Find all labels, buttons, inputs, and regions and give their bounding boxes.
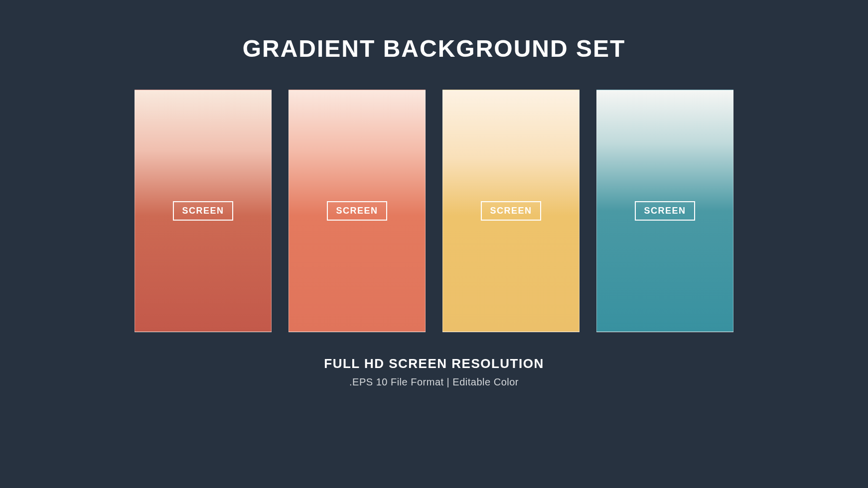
- screen-label-2: SCREEN: [327, 201, 387, 221]
- screen-label-3: SCREEN: [481, 201, 541, 221]
- gradient-cards-row: SCREEN SCREEN SCREEN SCREEN: [135, 90, 733, 332]
- subtitle-text: FULL HD SCREEN RESOLUTION: [324, 356, 544, 371]
- screen-label-1: SCREEN: [173, 201, 233, 221]
- gradient-card-3: SCREEN: [442, 90, 579, 332]
- page-title: GRADIENT BACKGROUND SET: [243, 35, 626, 62]
- gradient-card-2: SCREEN: [289, 90, 426, 332]
- gradient-card-4: SCREEN: [596, 90, 733, 332]
- gradient-card-1: SCREEN: [135, 90, 272, 332]
- screen-label-4: SCREEN: [635, 201, 695, 221]
- description-text: .EPS 10 File Format | Editable Color: [349, 376, 519, 388]
